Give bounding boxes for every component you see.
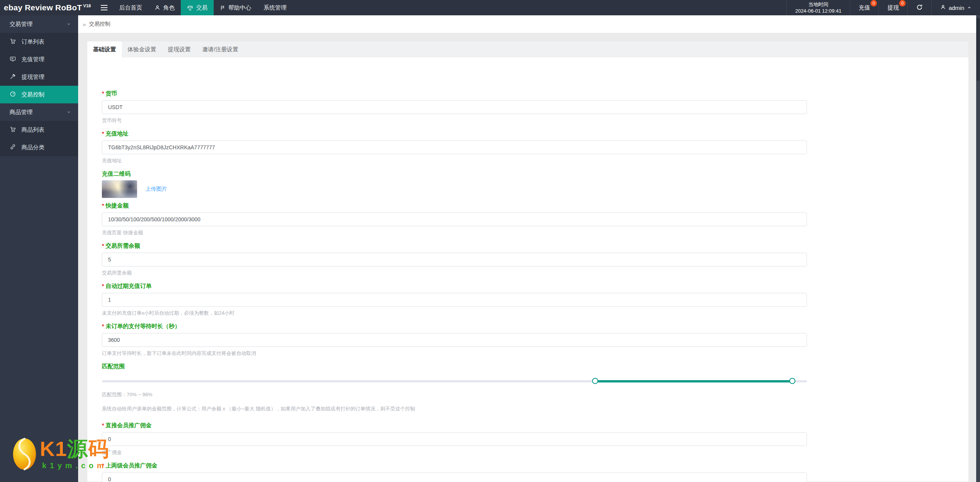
app-root: ebay Review RoBoTV18 后台首页 角色 交易 帮助中心 系统管… [0, 0, 980, 482]
link-icon [10, 144, 16, 151]
sidebar-group-trade: 订单列表 充值管理 提现管理 交易控制 [0, 33, 78, 103]
user-menu[interactable]: admin [931, 0, 980, 15]
field-label: 充值地址 [106, 130, 129, 137]
field-help: 推广佣金 [102, 449, 823, 456]
required-asterisk: * [102, 90, 104, 96]
required-asterisk: * [102, 242, 104, 249]
sidebar-toggle-button[interactable] [95, 0, 113, 15]
watermark-domain: k1ym.com [40, 461, 109, 470]
breadcrumb: » 交易控制 [78, 15, 976, 33]
required-balance-input[interactable] [102, 253, 807, 266]
withdraw-badge: 0 [899, 0, 906, 7]
sidebar-item-withdraw-management[interactable]: 提现管理 [0, 68, 78, 86]
app-logo: ebay Review RoBoTV18 [0, 3, 95, 12]
k1-orb-logo [12, 438, 37, 472]
field-auto-expire-orders: *自动过期充值订单 未支付的充值订单x小时后自动过期，必须为整数，如24小时 [102, 282, 823, 316]
refresh-icon [916, 4, 923, 12]
nav-item-system[interactable]: 系统管理 [257, 0, 293, 15]
chevron-down-icon [66, 21, 71, 28]
upload-image-link[interactable]: 上传图片 [146, 186, 167, 193]
tab-trial-bonus-settings[interactable]: 体验金设置 [122, 41, 162, 57]
card-icon [10, 56, 16, 63]
slider-range-bar [596, 380, 793, 382]
slider-max-handle[interactable] [789, 378, 795, 384]
logo-version: V18 [83, 3, 91, 8]
cart-icon [10, 126, 16, 134]
sidebar-item-trade-control[interactable]: 交易控制 [0, 86, 78, 103]
required-asterisk: * [102, 422, 104, 428]
user-icon [154, 5, 160, 11]
field-recharge-qrcode: 充值二维码 上传图片 [102, 170, 823, 198]
nav-item-trade[interactable]: 交易 [181, 0, 214, 15]
sidebar-item-product-list[interactable]: 商品列表 [0, 121, 78, 139]
field-payment-wait-time: *未订单的支付等待时长（秒） 订单支付等待时长，新下订单未在此时间内容完成支付将… [102, 322, 823, 356]
settings-card: 基础设置 体验金设置 提现设置 邀请/注册设置 *货币 货币符号 *充值地址 充… [87, 41, 969, 482]
cart-icon [10, 38, 16, 46]
field-direct-referral-commission: *直推会员推广佣金 推广佣金 [102, 422, 823, 456]
slider-track[interactable] [102, 380, 807, 382]
sidebar-item-order-list[interactable]: 订单列表 [0, 33, 78, 51]
local-time-value: 2024-06-01 12:09:41 [795, 8, 841, 14]
sidebar: 交易管理 订单列表 充值管理 提现管理 交易控制 商品管理 [0, 15, 78, 482]
quick-amounts-input[interactable] [102, 212, 807, 226]
gauge-icon [10, 91, 16, 98]
slider-min-handle[interactable] [592, 378, 598, 384]
local-time: 当地时间 2024-06-01 12:09:41 [786, 0, 850, 15]
local-time-label: 当地时间 [808, 1, 828, 8]
field-label: 充值二维码 [102, 170, 131, 177]
qrcode-thumbnail-image[interactable] [102, 180, 137, 198]
field-help: 交易所需余额 [102, 270, 823, 276]
required-asterisk: * [102, 202, 104, 209]
field-label: 自动过期充值订单 [106, 283, 152, 289]
field-currency: *货币 货币符号 [102, 90, 823, 124]
sidebar-item-recharge-management[interactable]: 充值管理 [0, 51, 78, 68]
sidebar-item-product-category[interactable]: 商品分类 [0, 139, 78, 156]
topbar-right: 当地时间 2024-06-01 12:09:41 充值 0 提现 0 admin [786, 0, 980, 15]
match-range-value-text: 匹配范围：70% ~ 98% [102, 391, 823, 398]
recharge-address-input[interactable] [102, 141, 807, 154]
match-range-description: 系统自动给用户派单的金额范围，计算公式：用户余额 x （最小~最大 随机值），如… [102, 405, 823, 412]
nav-item-help-center[interactable]: 帮助中心 [214, 0, 257, 15]
currency-input[interactable] [102, 100, 807, 114]
chevron-up-icon [967, 5, 972, 11]
withdraw-notice-button[interactable]: 提现 0 [879, 0, 907, 15]
tab-invite-register-settings[interactable]: 邀请/注册设置 [196, 41, 244, 57]
field-label: 匹配范围 [102, 363, 125, 369]
sidebar-section-trade-management[interactable]: 交易管理 [0, 15, 78, 33]
payment-wait-time-input[interactable] [102, 333, 807, 347]
auto-expire-orders-input[interactable] [102, 293, 807, 307]
sidebar-section-product-management[interactable]: 商品管理 [0, 103, 78, 121]
nav-item-roles[interactable]: 角色 [148, 0, 181, 15]
direct-referral-commission-input[interactable] [102, 432, 807, 446]
breadcrumb-arrows-icon: » [83, 21, 86, 28]
watermark-brand: K1源码 [40, 438, 109, 460]
chevron-down-icon [66, 109, 71, 116]
refresh-button[interactable] [907, 0, 931, 15]
field-help: 未支付的充值订单x小时后自动过期，必须为整数，如24小时 [102, 310, 823, 316]
recharge-notice-button[interactable]: 充值 0 [850, 0, 879, 15]
field-recharge-address: *充值地址 充值地址 [102, 130, 823, 164]
basic-settings-form: *货币 货币符号 *充值地址 充值地址 充值二维码 上传图片 [87, 57, 823, 482]
match-range-slider [102, 378, 807, 384]
tab-withdraw-settings[interactable]: 提现设置 [162, 41, 196, 57]
flag-icon [220, 5, 226, 11]
nav-item-dashboard[interactable]: 后台首页 [113, 0, 148, 15]
user-icon [940, 4, 946, 11]
recharge-badge: 0 [870, 0, 877, 7]
field-upper-level-commission: *上两级会员推广佣金 推广佣金 [102, 462, 823, 482]
scrollbar-thumb[interactable] [977, 18, 980, 81]
field-required-balance: *交易所需余额 交易所需余额 [102, 242, 823, 276]
page-title: 交易控制 [89, 21, 110, 28]
tab-basic-settings[interactable]: 基础设置 [87, 41, 122, 57]
upper-level-commission-input[interactable] [102, 472, 807, 482]
required-asterisk: * [102, 323, 104, 329]
field-help: 货币符号 [102, 118, 823, 124]
required-asterisk: * [102, 283, 104, 289]
field-match-range: 匹配范围 匹配范围：70% ~ 98% 系统自动给用户派单的金额范围，计算公式：… [102, 363, 823, 412]
field-label: 快捷金额 [106, 202, 129, 209]
field-label: 直推会员推广佣金 [106, 422, 152, 428]
page-scrollbar[interactable] [976, 15, 980, 482]
scales-icon [187, 5, 193, 11]
field-quick-amounts: *快捷金额 充值页面 快捷金额 [102, 202, 823, 236]
field-label: 货币 [106, 90, 117, 96]
